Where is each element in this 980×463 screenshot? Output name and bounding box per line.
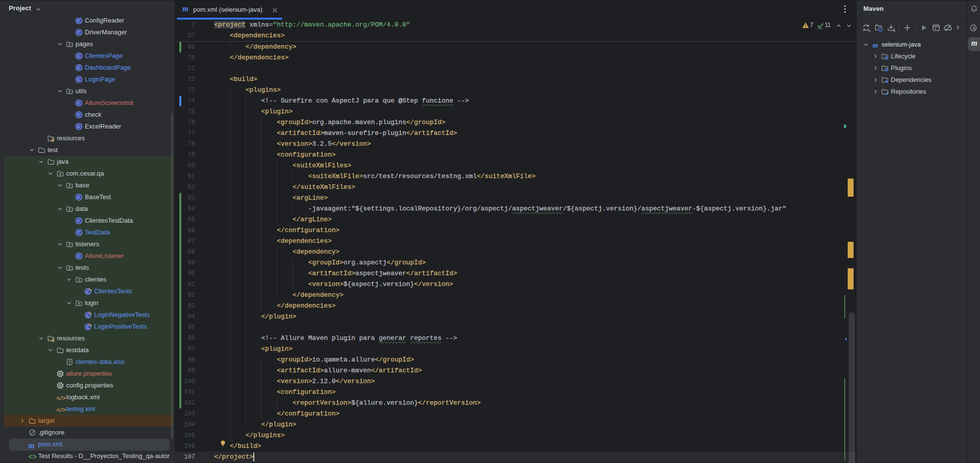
svg-text:C: C (77, 65, 81, 70)
svg-text:C: C (77, 53, 81, 58)
svg-text:C: C (77, 29, 81, 35)
svg-text:C: C (77, 18, 81, 23)
svg-text:?: ? (68, 360, 71, 364)
svg-text:C: C (77, 112, 81, 117)
svg-text:C: C (77, 100, 81, 105)
svg-text:C: C (86, 313, 90, 318)
svg-text:C: C (77, 218, 81, 223)
svg-text:C: C (86, 289, 90, 294)
svg-text:C: C (77, 194, 81, 200)
svg-text:C: C (77, 253, 81, 258)
svg-text:C: C (77, 77, 81, 82)
svg-text:C: C (77, 124, 81, 129)
svg-text:C: C (86, 325, 90, 330)
svg-text:C: C (77, 230, 81, 235)
